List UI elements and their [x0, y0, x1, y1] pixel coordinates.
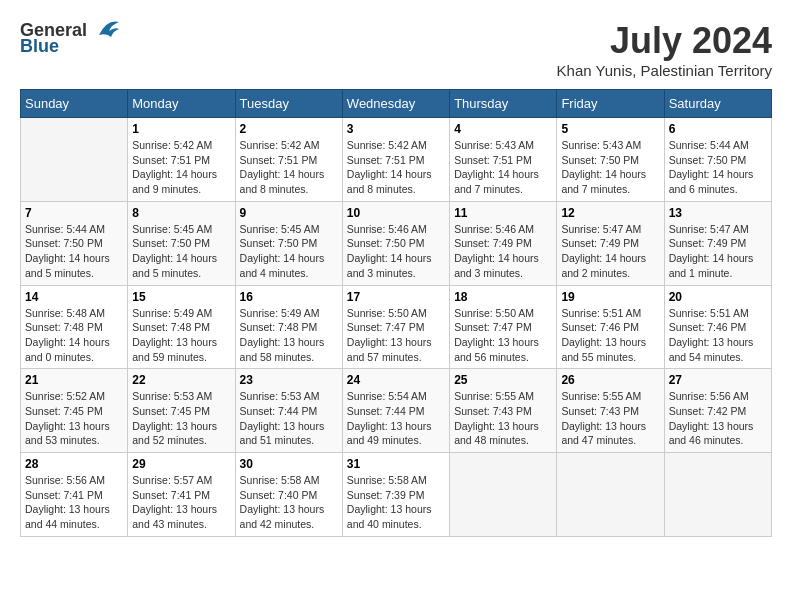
day-info: Sunrise: 5:58 AM Sunset: 7:39 PM Dayligh…: [347, 473, 445, 532]
day-number: 18: [454, 290, 552, 304]
day-info: Sunrise: 5:42 AM Sunset: 7:51 PM Dayligh…: [240, 138, 338, 197]
calendar-cell: 12Sunrise: 5:47 AM Sunset: 7:49 PM Dayli…: [557, 201, 664, 285]
day-number: 9: [240, 206, 338, 220]
day-number: 4: [454, 122, 552, 136]
calendar-cell: 6Sunrise: 5:44 AM Sunset: 7:50 PM Daylig…: [664, 118, 771, 202]
day-info: Sunrise: 5:43 AM Sunset: 7:50 PM Dayligh…: [561, 138, 659, 197]
day-number: 16: [240, 290, 338, 304]
day-number: 30: [240, 457, 338, 471]
day-info: Sunrise: 5:55 AM Sunset: 7:43 PM Dayligh…: [561, 389, 659, 448]
day-info: Sunrise: 5:45 AM Sunset: 7:50 PM Dayligh…: [240, 222, 338, 281]
calendar-cell: 25Sunrise: 5:55 AM Sunset: 7:43 PM Dayli…: [450, 369, 557, 453]
calendar-table: SundayMondayTuesdayWednesdayThursdayFrid…: [20, 89, 772, 537]
day-number: 1: [132, 122, 230, 136]
day-number: 3: [347, 122, 445, 136]
day-info: Sunrise: 5:50 AM Sunset: 7:47 PM Dayligh…: [454, 306, 552, 365]
calendar-cell: [450, 453, 557, 537]
day-number: 21: [25, 373, 123, 387]
day-info: Sunrise: 5:56 AM Sunset: 7:41 PM Dayligh…: [25, 473, 123, 532]
day-info: Sunrise: 5:49 AM Sunset: 7:48 PM Dayligh…: [132, 306, 230, 365]
calendar-cell: 30Sunrise: 5:58 AM Sunset: 7:40 PM Dayli…: [235, 453, 342, 537]
calendar-cell: 29Sunrise: 5:57 AM Sunset: 7:41 PM Dayli…: [128, 453, 235, 537]
calendar-cell: 7Sunrise: 5:44 AM Sunset: 7:50 PM Daylig…: [21, 201, 128, 285]
day-info: Sunrise: 5:43 AM Sunset: 7:51 PM Dayligh…: [454, 138, 552, 197]
day-number: 24: [347, 373, 445, 387]
day-number: 15: [132, 290, 230, 304]
day-number: 20: [669, 290, 767, 304]
logo-bird-icon: [89, 17, 121, 39]
day-info: Sunrise: 5:46 AM Sunset: 7:50 PM Dayligh…: [347, 222, 445, 281]
calendar-cell: 14Sunrise: 5:48 AM Sunset: 7:48 PM Dayli…: [21, 285, 128, 369]
day-number: 26: [561, 373, 659, 387]
calendar-cell: 16Sunrise: 5:49 AM Sunset: 7:48 PM Dayli…: [235, 285, 342, 369]
calendar-cell: 5Sunrise: 5:43 AM Sunset: 7:50 PM Daylig…: [557, 118, 664, 202]
day-number: 5: [561, 122, 659, 136]
calendar-cell: [664, 453, 771, 537]
day-header-tuesday: Tuesday: [235, 90, 342, 118]
calendar-cell: 23Sunrise: 5:53 AM Sunset: 7:44 PM Dayli…: [235, 369, 342, 453]
logo: General Blue: [20, 20, 121, 57]
day-number: 25: [454, 373, 552, 387]
day-number: 17: [347, 290, 445, 304]
day-info: Sunrise: 5:54 AM Sunset: 7:44 PM Dayligh…: [347, 389, 445, 448]
day-info: Sunrise: 5:44 AM Sunset: 7:50 PM Dayligh…: [25, 222, 123, 281]
logo-blue: Blue: [20, 36, 59, 57]
day-info: Sunrise: 5:47 AM Sunset: 7:49 PM Dayligh…: [669, 222, 767, 281]
day-info: Sunrise: 5:42 AM Sunset: 7:51 PM Dayligh…: [132, 138, 230, 197]
calendar-cell: 21Sunrise: 5:52 AM Sunset: 7:45 PM Dayli…: [21, 369, 128, 453]
calendar-cell: 18Sunrise: 5:50 AM Sunset: 7:47 PM Dayli…: [450, 285, 557, 369]
day-info: Sunrise: 5:53 AM Sunset: 7:45 PM Dayligh…: [132, 389, 230, 448]
day-info: Sunrise: 5:55 AM Sunset: 7:43 PM Dayligh…: [454, 389, 552, 448]
day-number: 12: [561, 206, 659, 220]
calendar-cell: 1Sunrise: 5:42 AM Sunset: 7:51 PM Daylig…: [128, 118, 235, 202]
day-info: Sunrise: 5:47 AM Sunset: 7:49 PM Dayligh…: [561, 222, 659, 281]
day-header-sunday: Sunday: [21, 90, 128, 118]
day-info: Sunrise: 5:48 AM Sunset: 7:48 PM Dayligh…: [25, 306, 123, 365]
page-header: General Blue July 2024 Khan Yunis, Pales…: [20, 20, 772, 79]
calendar-cell: 11Sunrise: 5:46 AM Sunset: 7:49 PM Dayli…: [450, 201, 557, 285]
calendar-cell: 22Sunrise: 5:53 AM Sunset: 7:45 PM Dayli…: [128, 369, 235, 453]
calendar-cell: 15Sunrise: 5:49 AM Sunset: 7:48 PM Dayli…: [128, 285, 235, 369]
day-number: 6: [669, 122, 767, 136]
calendar-cell: 31Sunrise: 5:58 AM Sunset: 7:39 PM Dayli…: [342, 453, 449, 537]
day-number: 22: [132, 373, 230, 387]
day-info: Sunrise: 5:49 AM Sunset: 7:48 PM Dayligh…: [240, 306, 338, 365]
day-info: Sunrise: 5:58 AM Sunset: 7:40 PM Dayligh…: [240, 473, 338, 532]
day-info: Sunrise: 5:53 AM Sunset: 7:44 PM Dayligh…: [240, 389, 338, 448]
day-header-thursday: Thursday: [450, 90, 557, 118]
calendar-cell: 24Sunrise: 5:54 AM Sunset: 7:44 PM Dayli…: [342, 369, 449, 453]
day-info: Sunrise: 5:50 AM Sunset: 7:47 PM Dayligh…: [347, 306, 445, 365]
day-number: 27: [669, 373, 767, 387]
day-info: Sunrise: 5:57 AM Sunset: 7:41 PM Dayligh…: [132, 473, 230, 532]
calendar-cell: 17Sunrise: 5:50 AM Sunset: 7:47 PM Dayli…: [342, 285, 449, 369]
title-section: July 2024 Khan Yunis, Palestinian Territ…: [557, 20, 772, 79]
day-number: 29: [132, 457, 230, 471]
day-number: 7: [25, 206, 123, 220]
day-info: Sunrise: 5:44 AM Sunset: 7:50 PM Dayligh…: [669, 138, 767, 197]
calendar-cell: 28Sunrise: 5:56 AM Sunset: 7:41 PM Dayli…: [21, 453, 128, 537]
day-number: 14: [25, 290, 123, 304]
calendar-cell: 19Sunrise: 5:51 AM Sunset: 7:46 PM Dayli…: [557, 285, 664, 369]
calendar-cell: 26Sunrise: 5:55 AM Sunset: 7:43 PM Dayli…: [557, 369, 664, 453]
day-header-monday: Monday: [128, 90, 235, 118]
calendar-cell: 13Sunrise: 5:47 AM Sunset: 7:49 PM Dayli…: [664, 201, 771, 285]
day-info: Sunrise: 5:45 AM Sunset: 7:50 PM Dayligh…: [132, 222, 230, 281]
day-info: Sunrise: 5:52 AM Sunset: 7:45 PM Dayligh…: [25, 389, 123, 448]
calendar-cell: 27Sunrise: 5:56 AM Sunset: 7:42 PM Dayli…: [664, 369, 771, 453]
day-number: 10: [347, 206, 445, 220]
calendar-cell: 9Sunrise: 5:45 AM Sunset: 7:50 PM Daylig…: [235, 201, 342, 285]
day-number: 2: [240, 122, 338, 136]
day-header-wednesday: Wednesday: [342, 90, 449, 118]
day-number: 11: [454, 206, 552, 220]
calendar-cell: 2Sunrise: 5:42 AM Sunset: 7:51 PM Daylig…: [235, 118, 342, 202]
day-number: 8: [132, 206, 230, 220]
day-number: 19: [561, 290, 659, 304]
day-number: 13: [669, 206, 767, 220]
calendar-cell: 20Sunrise: 5:51 AM Sunset: 7:46 PM Dayli…: [664, 285, 771, 369]
calendar-cell: [21, 118, 128, 202]
day-header-saturday: Saturday: [664, 90, 771, 118]
calendar-cell: 10Sunrise: 5:46 AM Sunset: 7:50 PM Dayli…: [342, 201, 449, 285]
day-number: 28: [25, 457, 123, 471]
day-info: Sunrise: 5:42 AM Sunset: 7:51 PM Dayligh…: [347, 138, 445, 197]
location-subtitle: Khan Yunis, Palestinian Territory: [557, 62, 772, 79]
